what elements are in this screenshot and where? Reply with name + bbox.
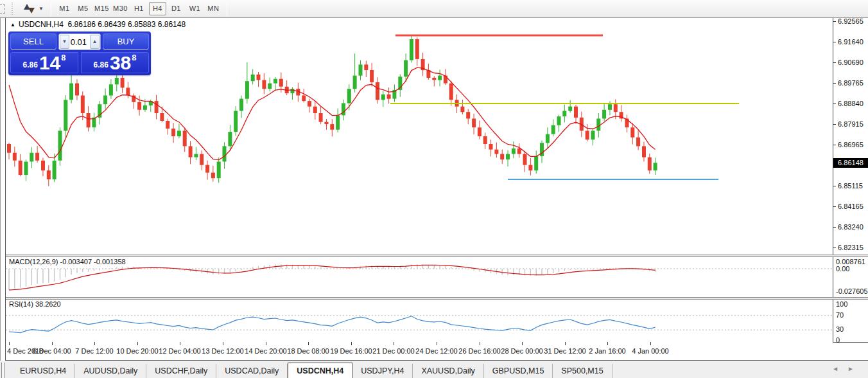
sell-price-pips: 14 (39, 55, 60, 71)
rsi-svg (6, 300, 833, 342)
rsi-axis-label: 100 (836, 300, 847, 308)
time-axis-tick (351, 342, 352, 345)
rsi-label: RSI(14) 38.2620 (9, 300, 61, 308)
dropdown-caret-icon[interactable]: ▼ (39, 6, 44, 12)
price-axis-label: 6.92565 (833, 17, 868, 26)
time-axis-tick (607, 342, 608, 345)
chart-title: ▲USDCNH,H4 6.86186 6.86439 6.85883 6.861… (10, 20, 186, 29)
time-axis-tick (308, 342, 309, 345)
time-axis-label: 18 Dec 08:00 (287, 347, 329, 355)
timeframe-button-H1[interactable]: H1 (130, 2, 148, 15)
volume-stepper: ▼ ▲ (58, 33, 101, 50)
volume-input[interactable] (70, 34, 89, 50)
tab-scroll-right-icon[interactable]: ► (847, 365, 863, 372)
time-axis-tick (394, 342, 394, 345)
price-axis-label: 6.89765 (833, 78, 868, 87)
price-axis-label: 6.86965 (833, 140, 868, 149)
chart-tab-XAUUSD-Daily[interactable]: XAUUSD,Daily (413, 364, 483, 378)
price-axis-label: 6.83240 (833, 222, 868, 231)
timeframe-button-W1[interactable]: W1 (186, 2, 204, 15)
chart-ohlc-values: 6.86186 6.86439 6.85883 6.86148 (68, 20, 186, 29)
price-axis-label: 6.85115 (833, 181, 868, 190)
macd-axis-label: 0.00 (836, 265, 849, 273)
price-axis-label: 6.90690 (833, 58, 868, 67)
chart-tab-USDCAD-Daily[interactable]: USDCAD,Daily (216, 364, 288, 378)
macd-svg (6, 257, 833, 297)
timeframe-button-D1[interactable]: D1 (168, 2, 185, 15)
time-axis-tick (137, 342, 138, 345)
tabstrip-notch (1, 363, 5, 378)
down-arrow-icon (28, 8, 35, 14)
rsi-axis-label: 0 (836, 336, 840, 344)
collapse-arrow-icon[interactable]: ▲ (10, 22, 15, 28)
volume-decrease-button[interactable]: ▼ (60, 35, 69, 49)
macd-axis-label: -0.027605 (836, 287, 868, 295)
tab-scroll-left-icon[interactable]: ◄ (832, 365, 847, 372)
time-axis-tick (94, 342, 95, 345)
timeframe-button-M15[interactable]: M15 (93, 2, 110, 15)
chart-tabstrip: EURUSD,H4AUDUSD,DailyUSDCHF,DailyUSDCAD,… (0, 361, 868, 378)
sell-price-prefix: 6.86 (23, 60, 38, 69)
new-order-arrows-icon[interactable]: ▼ (21, 2, 47, 15)
toolbar-gripper (12, 3, 13, 15)
time-axis-label: 6 Dec 04:00 (33, 347, 71, 355)
pane-splitter[interactable] (6, 297, 868, 300)
chart-tab-USDCNH-H4[interactable]: USDCNH,H4 (288, 363, 352, 378)
buy-price-pips: 38 (110, 55, 131, 71)
sell-price[interactable]: 6.86 14 8 (10, 52, 78, 73)
chart-left-margin (0, 18, 5, 361)
time-axis-label: 10 Dec 20:00 (116, 347, 158, 355)
macd-histogram (9, 264, 655, 290)
chart-tab-USDJPY-H4[interactable]: USDJPY,H4 (352, 364, 413, 378)
timeframe-button-M1[interactable]: M1 (56, 2, 73, 15)
toolbar: ▼ M1M5M15M30H1H4D1W1MN (0, 0, 868, 18)
price-axis-label: 6.82315 (833, 243, 868, 252)
price-axis-label: 6.84165 (833, 202, 868, 211)
buy-price[interactable]: 6.86 38 8 (81, 52, 149, 73)
chart-symbol-period: USDCNH,H4 (19, 20, 64, 29)
timeframe-button-H4[interactable]: H4 (149, 2, 166, 15)
time-axis-label: 13 Dec 12:00 (202, 347, 243, 355)
time-axis-tick (480, 342, 480, 345)
buy-price-prefix: 6.86 (94, 60, 108, 69)
timeframe-button-MN[interactable]: MN (205, 2, 222, 15)
buy-price-point: 8 (132, 53, 136, 62)
time-axis-label: 28 Dec 00:00 (501, 347, 542, 355)
time-axis-tick (180, 342, 180, 345)
chart-tab-GBPUSD-M15[interactable]: GBPUSD,M15 (484, 364, 553, 378)
current-price-tag: 6.86148 (833, 158, 868, 168)
time-axis-tick (52, 342, 53, 345)
pane-splitter[interactable] (6, 255, 868, 257)
chart-tab-EURUSD-H4[interactable]: EURUSD,H4 (12, 364, 75, 378)
time-axis-tick (565, 342, 566, 345)
clipped-toolbar-icon[interactable] (0, 4, 5, 14)
rsi-axis-label: 70 (836, 311, 844, 319)
time-axis-label: 14 Dec 20:00 (245, 347, 286, 355)
one-click-trading-panel: SELL ▼ ▲ BUY 6.86 14 8 6.86 38 8 (8, 32, 151, 75)
buy-button[interactable]: BUY (103, 33, 149, 50)
sell-price-point: 8 (61, 53, 65, 62)
timeframe-button-M5[interactable]: M5 (74, 2, 92, 15)
time-axis-label: 4 Jan 00:00 (632, 347, 669, 355)
rsi-line (9, 316, 655, 333)
ma-line (9, 68, 655, 159)
chart-tab-SP500-M15[interactable]: SP500,M15 (553, 364, 612, 378)
time-axis-tick (223, 342, 223, 345)
chart-tab-USDCHF-Daily[interactable]: USDCHF,Daily (146, 364, 216, 378)
volume-increase-button[interactable]: ▲ (90, 35, 100, 49)
chart-tabs: EURUSD,H4AUDUSD,DailyUSDCHF,DailyUSDCAD,… (12, 363, 612, 378)
time-axis-label: 26 Dec 16:00 (458, 347, 500, 355)
chart-tab-AUDUSD-Daily[interactable]: AUDUSD,Daily (75, 364, 146, 378)
time-axis-label: 19 Dec 16:00 (330, 347, 372, 355)
toolbar-separator (227, 2, 227, 16)
chart-window: ▲USDCNH,H4 6.86186 6.86439 6.85883 6.861… (5, 18, 868, 361)
time-axis-label: 24 Dec 12:00 (415, 347, 457, 355)
time-axis-tick (266, 342, 266, 345)
timeframe-buttons: M1M5M15M30H1H4D1W1MN (55, 2, 223, 15)
price-axis-label: 6.91640 (833, 37, 868, 46)
time-axis-tick (9, 342, 10, 345)
time-axis[interactable]: 4 Dec 20186 Dec 04:007 Dec 12:0010 Dec 2… (6, 342, 833, 360)
price-axis-label: 6.87915 (833, 120, 868, 129)
sell-button[interactable]: SELL (10, 33, 56, 50)
timeframe-button-M30[interactable]: M30 (112, 2, 129, 15)
